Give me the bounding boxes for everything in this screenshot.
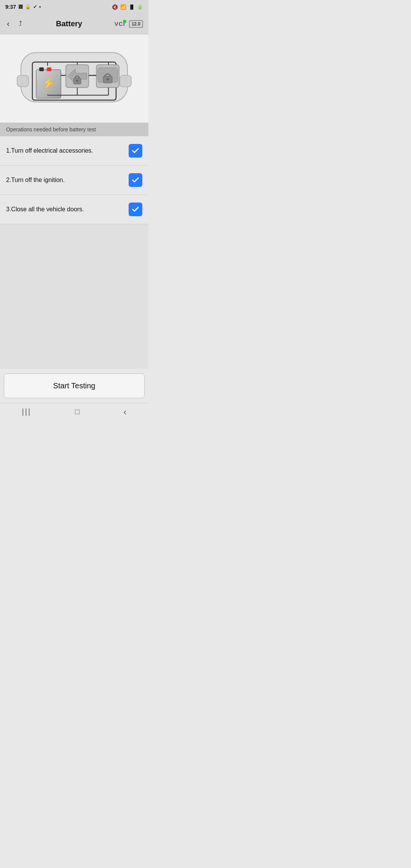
gallery-icon: 🖼	[18, 4, 23, 10]
checklist-item-1: 1.Turn off electrical accessories.	[0, 136, 148, 166]
checklist-item-3: 3.Close all the vehicle doors.	[0, 195, 148, 224]
checkbox-3[interactable]	[129, 203, 142, 216]
signal-icon: ▐▌	[129, 5, 135, 9]
status-time: 9:37	[5, 4, 16, 10]
nav-bar: ‹ ⤴ Battery VCI 12.0	[0, 14, 148, 34]
status-right: 🔇 📶 ▐▌ 🔋	[112, 4, 143, 10]
svg-rect-2	[120, 75, 131, 87]
svg-text:⚡: ⚡	[42, 77, 55, 89]
mute-icon: 🔇	[112, 4, 118, 10]
status-left: 9:37 🖼 🔒 ✓ •	[5, 4, 41, 10]
wifi-icon: 📶	[120, 4, 126, 10]
battery-icon: 🔋	[137, 4, 143, 10]
checklist: 1.Turn off electrical accessories. 2.Tur…	[0, 136, 148, 224]
check-icon: ✓	[33, 4, 37, 10]
svg-rect-1	[17, 75, 29, 87]
page-title: Battery	[24, 19, 114, 28]
svg-rect-5	[39, 67, 44, 71]
svg-point-15	[107, 78, 109, 80]
home-button[interactable]: □	[66, 404, 89, 419]
vci-connected-dot	[123, 20, 126, 23]
checkbox-2[interactable]	[129, 173, 142, 187]
checklist-label-3: 3.Close all the vehicle doors.	[6, 206, 129, 213]
empty-area	[0, 224, 148, 369]
dot-icon: •	[39, 4, 41, 10]
bottom-nav: ||| □ ‹	[0, 403, 148, 422]
back-button[interactable]: ‹	[5, 18, 11, 30]
checkbox-1[interactable]	[129, 144, 142, 158]
nav-left: ‹ ⤴	[5, 18, 24, 30]
status-bar: 9:37 🖼 🔒 ✓ • 🔇 📶 ▐▌ 🔋	[0, 0, 148, 14]
checklist-label-2: 2.Turn off the ignition.	[6, 177, 129, 183]
svg-point-11	[76, 80, 78, 82]
nav-right: VCI 12.0	[115, 20, 143, 28]
checklist-item-2: 2.Turn off the ignition.	[0, 166, 148, 195]
version-box: 12.0	[129, 20, 143, 28]
car-diagram: ⚡	[0, 34, 148, 123]
back-nav-button[interactable]: ‹	[114, 404, 135, 420]
operations-header-label: Operations needed before battery test	[6, 126, 96, 132]
operations-header: Operations needed before battery test	[0, 123, 148, 136]
lock-icon: 🔒	[25, 4, 31, 10]
start-testing-button[interactable]: Start Testing	[4, 373, 145, 398]
vci-badge: VCI	[115, 21, 125, 27]
share-button[interactable]: ⤴	[17, 18, 24, 29]
checklist-label-1: 1.Turn off electrical accessories.	[6, 147, 129, 154]
menu-button[interactable]: |||	[13, 404, 41, 419]
car-svg: ⚡	[10, 41, 139, 117]
svg-rect-6	[47, 67, 51, 71]
